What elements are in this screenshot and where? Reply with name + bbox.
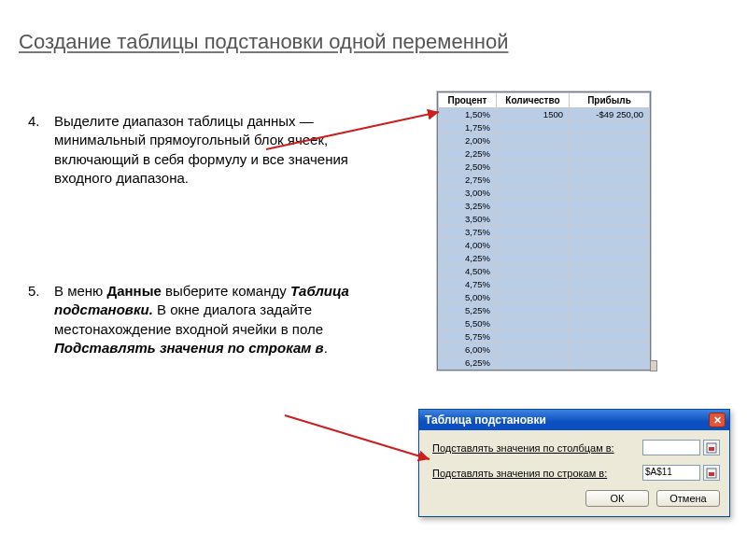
excel-table-screenshot: Процент Количество Прибыль 1,50%1500-$49… <box>437 91 651 371</box>
cell-percent: 1,75% <box>439 121 497 134</box>
table-row: 2,00% <box>439 134 650 147</box>
table-row: 6,25% <box>439 357 650 370</box>
cell-profit <box>570 213 650 226</box>
table-row: 4,25% <box>439 252 650 265</box>
cell-profit <box>570 226 650 239</box>
cell-percent: 3,00% <box>439 187 497 200</box>
table-row: 5,75% <box>439 330 650 343</box>
cell-profit <box>570 343 650 357</box>
cell-quantity <box>497 343 570 357</box>
cell-profit <box>570 317 650 330</box>
svg-rect-1 <box>709 447 714 451</box>
row-by-columns: Подставлять значения по столбцам в: <box>432 440 720 455</box>
cell-profit <box>570 174 650 187</box>
cell-percent: 4,25% <box>439 252 497 265</box>
page-title: Создание таблицы подстановки одной перем… <box>19 30 509 54</box>
input-by-columns[interactable] <box>642 440 700 455</box>
scrollbar-stub <box>650 360 657 371</box>
cell-profit <box>570 187 650 200</box>
cell-percent: 2,50% <box>439 161 497 174</box>
cell-quantity <box>497 291 570 304</box>
cell-profit <box>570 200 650 213</box>
cell-percent: 3,50% <box>439 213 497 226</box>
cell-percent: 5,25% <box>439 304 497 317</box>
cell-quantity <box>497 239 570 252</box>
cell-quantity <box>497 357 570 370</box>
cell-percent: 2,00% <box>439 134 497 147</box>
cell-profit: -$49 250,00 <box>570 108 650 121</box>
cell-quantity <box>497 226 570 239</box>
cell-percent: 5,00% <box>439 291 497 304</box>
instruction-5-text: В меню Данные выберите команду Таблица п… <box>54 282 383 357</box>
input-by-rows[interactable]: $A$11 <box>642 465 700 481</box>
table-row: 2,75% <box>439 174 650 187</box>
cell-percent: 4,00% <box>439 239 497 252</box>
cell-profit <box>570 357 650 370</box>
instruction-5-number: 5. <box>28 282 40 301</box>
table-row: 5,25% <box>439 304 650 317</box>
cell-quantity <box>497 304 570 317</box>
table-row: 6,00% <box>439 343 650 357</box>
range-picker-icon[interactable] <box>703 440 720 455</box>
cell-percent: 6,25% <box>439 357 497 370</box>
instruction-4: 4. Выделите диапазон таблицы данных — ми… <box>28 112 383 188</box>
ok-button[interactable]: ОК <box>585 490 649 507</box>
cell-quantity <box>497 121 570 134</box>
cell-percent: 3,75% <box>439 226 497 239</box>
instruction-4-text: Выделите диапазон таблицы данных — миним… <box>54 112 383 188</box>
cell-quantity <box>497 187 570 200</box>
dialog-titlebar: Таблица подстановки ✕ <box>419 410 729 430</box>
cell-percent: 4,50% <box>439 265 497 278</box>
table-row: 2,50% <box>439 161 650 174</box>
cell-profit <box>570 121 650 134</box>
cell-profit <box>570 278 650 291</box>
table-row: 3,50% <box>439 213 650 226</box>
label-by-columns: Подставлять значения по столбцам в: <box>432 442 642 454</box>
cell-percent: 2,75% <box>439 174 497 187</box>
table-row: 1,50%1500-$49 250,00 <box>439 108 650 121</box>
cell-quantity <box>497 161 570 174</box>
table-row: 4,75% <box>439 278 650 291</box>
cell-percent: 4,75% <box>439 278 497 291</box>
table-row: 1,75% <box>439 121 650 134</box>
cell-quantity <box>497 317 570 330</box>
cell-percent: 3,25% <box>439 200 497 213</box>
cell-profit <box>570 265 650 278</box>
cell-profit <box>570 161 650 174</box>
cell-quantity <box>497 252 570 265</box>
instruction-4-number: 4. <box>28 112 40 131</box>
label-by-rows: Подставлять значения по строкам в: <box>432 468 642 479</box>
svg-line-5 <box>285 415 430 459</box>
table-row: 2,25% <box>439 147 650 161</box>
cell-quantity <box>497 147 570 161</box>
cell-profit <box>570 134 650 147</box>
col-header-quantity: Количество <box>497 93 570 108</box>
cell-quantity <box>497 278 570 291</box>
cell-profit <box>570 147 650 161</box>
cancel-button[interactable]: Отмена <box>656 490 720 507</box>
table-row: 3,25% <box>439 200 650 213</box>
cell-profit <box>570 304 650 317</box>
cell-quantity <box>497 174 570 187</box>
cell-percent: 5,75% <box>439 330 497 343</box>
close-button[interactable]: ✕ <box>709 413 726 427</box>
cell-percent: 1,50% <box>439 108 497 121</box>
cell-quantity <box>497 200 570 213</box>
svg-rect-3 <box>709 472 714 476</box>
range-picker-icon[interactable] <box>703 465 720 481</box>
table-row: 3,00% <box>439 187 650 200</box>
cell-profit <box>570 291 650 304</box>
cell-quantity: 1500 <box>497 108 570 121</box>
col-header-profit: Прибыль <box>570 93 650 108</box>
table-row: 5,50% <box>439 317 650 330</box>
table-row: 3,75% <box>439 226 650 239</box>
cell-profit <box>570 239 650 252</box>
cell-profit <box>570 330 650 343</box>
dialog-title: Таблица подстановки <box>425 413 546 427</box>
row-by-rows: Подставлять значения по строкам в: $A$11 <box>432 465 720 481</box>
cell-percent: 6,00% <box>439 343 497 357</box>
substitution-dialog: Таблица подстановки ✕ Подставлять значен… <box>418 409 730 517</box>
cell-percent: 2,25% <box>439 147 497 161</box>
cell-quantity <box>497 213 570 226</box>
instruction-5: 5. В меню Данные выберите команду Таблиц… <box>28 282 383 357</box>
